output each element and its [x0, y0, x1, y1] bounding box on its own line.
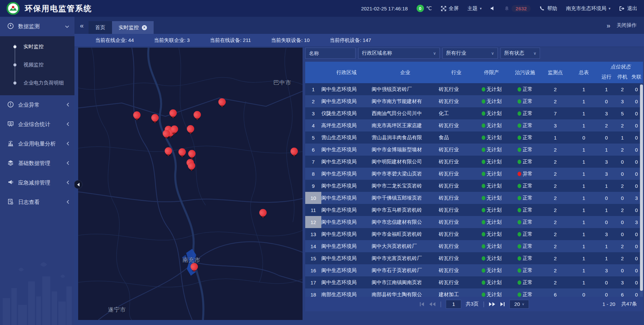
sidebar-item-5[interactable]: 应急减排管理: [0, 173, 74, 193]
status-select[interactable]: 所有状态 ∨: [500, 48, 540, 59]
sidebar-item-2[interactable]: 企业综合统计: [0, 115, 74, 134]
map-pin[interactable]: [163, 130, 170, 137]
sidebar-subitem-0[interactable]: 实时监控: [0, 38, 74, 56]
table-row[interactable]: 18南部生态环境局南部县砖华土陶有限公建材加工无计划正常60060: [305, 288, 643, 297]
table-row[interactable]: 17阆中生态环境局阆中市江南镇阆南页岩砖瓦行业无计划正常21030: [305, 276, 643, 288]
map-pin[interactable]: [133, 111, 141, 119]
theme-dropdown[interactable]: 主题 ▾: [468, 5, 482, 12]
name-search-input[interactable]: [305, 48, 356, 59]
status-dot-icon: [482, 280, 485, 285]
industry-select[interactable]: 所有行业 ∨: [442, 48, 498, 59]
sidebar-menu: 数据监测实时监控视频监控企业电力负荷明细企业异常企业综合统计企业用电量分析基础数…: [0, 17, 74, 212]
prev-page-icon[interactable]: [429, 302, 436, 307]
map-pin[interactable]: [188, 162, 195, 169]
map-pin[interactable]: [188, 150, 196, 157]
logout-label: 退出: [627, 5, 637, 12]
table-row[interactable]: 3仪陇生态环境局西南油气田分公司川中化工无计划正常71350: [305, 107, 643, 119]
map-panel[interactable]: 巴中市南充市遂宁市: [78, 48, 303, 320]
map-pin[interactable]: [218, 98, 226, 106]
map-pin[interactable]: [194, 111, 201, 118]
row-region: 阆中生态环境局: [321, 144, 372, 156]
table-row[interactable]: 6阆中生态环境局阆中市金博瑞新型墙材砖瓦行业无计划正常21120: [305, 144, 643, 156]
sidebar-item-6[interactable]: 日志查看: [0, 193, 74, 212]
stat-item-1: 当前失联企业: 3: [154, 37, 190, 44]
row-meter-count: 1: [570, 180, 598, 192]
close-operations-button[interactable]: 关闭操作: [616, 22, 637, 29]
table-row[interactable]: 1阆中生态环境局阆中强锐页岩砖厂砖瓦行业无计划正常21120: [305, 83, 643, 95]
table-row[interactable]: 9阆中生态环境局阆中市二龙长宝页岩砖砖瓦行业无计划正常21120: [305, 180, 643, 192]
row-run-count: 3: [598, 228, 615, 240]
page-title: 环保用电监管系统: [25, 3, 92, 14]
table-row[interactable]: 4高坪生态环境局南充市高坪区王家店建砖瓦行业无计划正常31220: [305, 119, 643, 131]
table-row[interactable]: 13阆中生态环境局阆中市金福旺页岩机砖砖瓦行业无计划正常21300: [305, 228, 643, 240]
table-row[interactable]: 14阆中生态环境局阆中大兴页岩机砖厂砖瓦行业无计划正常21120: [305, 240, 643, 252]
region-select[interactable]: 行政区域名称 ∨: [358, 48, 440, 59]
sidebar-item-1[interactable]: 企业异常: [0, 95, 74, 115]
map-pin[interactable]: [151, 114, 159, 121]
table-row[interactable]: 5营山生态环境局营山县润丰肉食品有限食品无计划正常10010: [305, 131, 643, 144]
table-row[interactable]: 12阆中生态环境局阆中市忠信建材有限公砖瓦行业无计划正常21003: [305, 216, 643, 228]
row-limit-status: 无计划: [474, 131, 509, 144]
row-index: 3: [305, 107, 321, 119]
status-dot-icon: [518, 111, 521, 116]
row-industry: 砖瓦行业: [439, 144, 474, 156]
sidebar-item-0[interactable]: 数据监测: [0, 17, 74, 36]
fullscreen-icon: [441, 6, 446, 11]
first-page-icon[interactable]: [419, 302, 425, 307]
help-button[interactable]: 帮助: [539, 5, 557, 12]
alerts[interactable]: 2632: [504, 5, 531, 12]
row-meter-count: 1: [570, 252, 598, 264]
treatment-status-label: 异常: [523, 171, 533, 177]
tabs-scroll-right-icon[interactable]: »: [606, 21, 610, 30]
map-pin[interactable]: [171, 125, 178, 133]
map-pin[interactable]: [259, 209, 267, 216]
row-limit-status: 无计划: [474, 288, 509, 297]
map-pin[interactable]: [191, 263, 198, 270]
table-row[interactable]: 7阆中生态环境局阆中明阳建材有限公司砖瓦行业无计划正常21300: [305, 156, 643, 168]
last-page-icon[interactable]: [500, 302, 505, 307]
mute-button[interactable]: [490, 6, 496, 11]
table-row[interactable]: 10阆中生态环境局阆中千佛镇五郎垭页岩砖瓦行业无计划正常21003: [305, 192, 643, 204]
tab-realtime-monitor[interactable]: 实时监控 ×: [112, 21, 154, 34]
close-tab-icon[interactable]: ×: [142, 25, 147, 30]
table-row[interactable]: 2阆中生态环境局阆中市南方节能建材有砖瓦行业无计划正常21030: [305, 95, 643, 107]
tab-home[interactable]: 首页: [89, 21, 112, 34]
table-row[interactable]: 11阆中生态环境局阆中市五马桥页岩机砖砖瓦行业无计划正常21120: [305, 204, 643, 216]
treatment-status-label: 正常: [523, 147, 533, 153]
map-pin[interactable]: [165, 147, 172, 155]
org-dropdown[interactable]: 南充市生态环境局 ▾: [566, 5, 610, 12]
next-page-icon[interactable]: [489, 302, 495, 307]
table-header: 行政区域 企业 行业 停限产 治污设施 监测点 总表 点位状态 运行 停机 失联: [305, 62, 643, 83]
page-number-input[interactable]: [446, 300, 461, 309]
row-limit-status: 无计划: [474, 192, 509, 204]
table-row[interactable]: 16阆中生态环境局阆中市石子页岩机砖厂砖瓦行业无计划正常21300: [305, 264, 643, 276]
gauge-icon: [7, 23, 14, 31]
tabs-scroll-left-icon[interactable]: «: [80, 21, 84, 30]
sidebar-subitem-1[interactable]: 视频监控: [0, 56, 74, 74]
sidebar-item-label: 基础数据管理: [18, 160, 62, 167]
col-treatment: 治污设施: [509, 62, 541, 83]
row-treatment-status: 正常: [509, 107, 541, 119]
fullscreen-button[interactable]: 全屏: [441, 5, 459, 12]
map-pin[interactable]: [178, 148, 186, 156]
row-company: 阆中强锐页岩砖厂: [372, 83, 439, 95]
page-size-select[interactable]: 20 ∨: [509, 300, 529, 309]
table-row[interactable]: 8阆中生态环境局阆中市枣碧大梁山页岩砖瓦行业无计划异常21300: [305, 168, 643, 180]
sidebar-item-3[interactable]: 企业用电量分析: [0, 134, 74, 154]
map-pin[interactable]: [290, 148, 298, 155]
row-limit-status: 无计划: [474, 95, 509, 107]
sidebar-item-4[interactable]: 基础数据管理: [0, 154, 74, 173]
row-industry: 砖瓦行业: [439, 83, 474, 95]
table-row[interactable]: 15阆中生态环境局阆中市光富页岩机砖厂砖瓦行业无计划正常21120: [305, 252, 643, 264]
sidebar-group-2: 企业综合统计: [0, 115, 74, 134]
map-pin[interactable]: [187, 125, 194, 132]
table-scrollbar[interactable]: [640, 85, 643, 291]
sidebar-subitem-2[interactable]: 企业电力负荷明细: [0, 74, 74, 92]
row-limit-status: 无计划: [474, 107, 509, 119]
status-dot-icon: [518, 136, 521, 140]
row-treatment-status: 正常: [509, 131, 541, 144]
map-pin[interactable]: [169, 109, 177, 117]
row-monitor-count: 2: [541, 95, 570, 107]
row-company: 阆中市江南镇阆南页岩: [372, 276, 439, 288]
logout-button[interactable]: 退出: [619, 5, 637, 12]
